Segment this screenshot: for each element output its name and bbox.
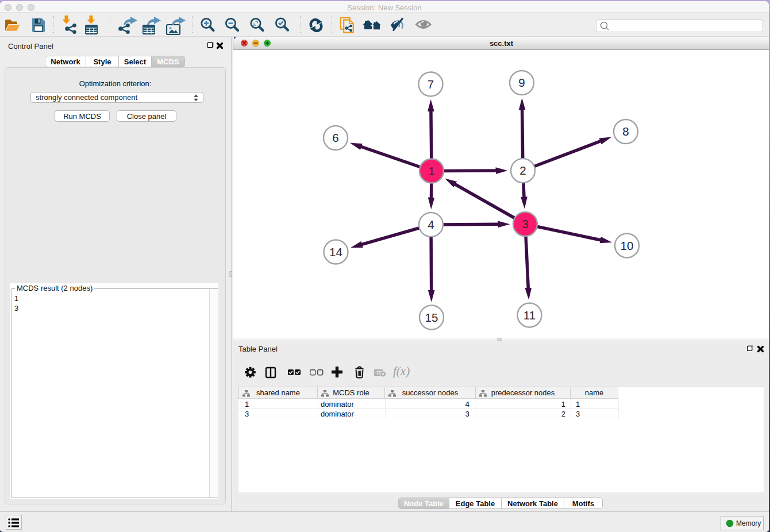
svg-text:1: 1 [428, 164, 434, 178]
svg-text:3: 3 [522, 217, 528, 230]
svg-text:14: 14 [329, 245, 342, 259]
svg-text:11: 11 [523, 309, 536, 322]
svg-text:7: 7 [428, 78, 434, 91]
svg-text:9: 9 [518, 76, 525, 89]
svg-text:4: 4 [428, 218, 434, 231]
svg-text:15: 15 [425, 311, 438, 324]
svg-text:10: 10 [621, 239, 634, 252]
svg-text:6: 6 [332, 131, 338, 144]
svg-text:2: 2 [519, 164, 526, 177]
svg-text:f(x): f(x) [393, 364, 410, 378]
svg-text:8: 8 [622, 125, 629, 138]
